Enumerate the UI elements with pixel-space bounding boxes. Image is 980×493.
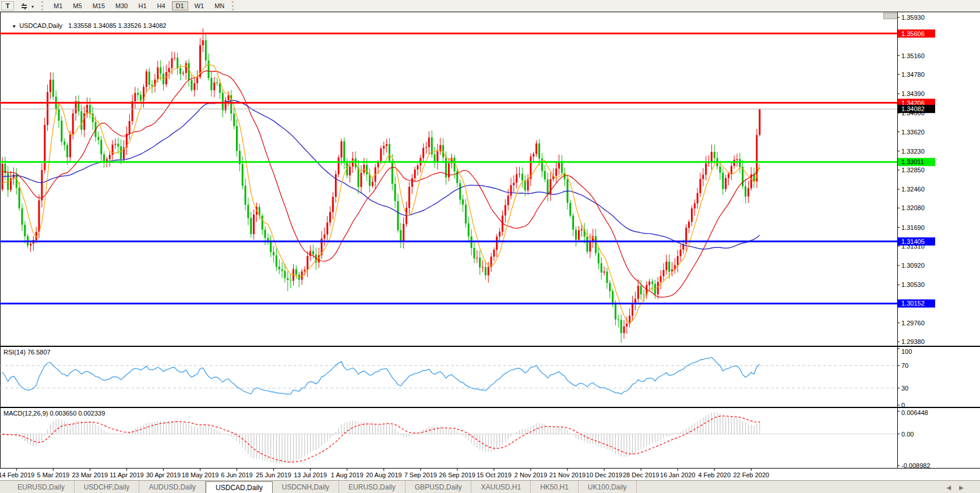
candle-down bbox=[434, 154, 436, 162]
date-axis[interactable]: 14 Feb 20195 Mar 201923 Mar 201911 Apr 2… bbox=[0, 469, 980, 480]
timeframe-button-d1[interactable]: D1 bbox=[172, 1, 188, 10]
main-price-chart[interactable]: 1.359301.351601.347801.343901.340001.336… bbox=[0, 12, 980, 346]
candle-down bbox=[97, 137, 99, 140]
rsi-indicator-panel[interactable]: 10070300RSI(14) 76.5807 bbox=[0, 346, 980, 407]
candle-down bbox=[19, 187, 20, 208]
candle-up bbox=[380, 148, 382, 162]
price-tick-label: 1.31690 bbox=[901, 224, 925, 231]
chart-scrollbar-thumb[interactable] bbox=[883, 13, 897, 19]
candle-up bbox=[168, 68, 170, 72]
date-tick-label: 18 May 2019 bbox=[182, 471, 219, 478]
date-tick-label: 14 Feb 2019 bbox=[0, 471, 34, 478]
candle-down bbox=[281, 269, 283, 271]
candle-down bbox=[668, 262, 670, 272]
candle-down bbox=[191, 80, 192, 90]
chart-tab-bar: EURUSD,DailyUSDCHF,DailyAUDUSD,DailyUSDC… bbox=[0, 480, 980, 493]
candle-up bbox=[549, 179, 551, 194]
price-tick-label: 1.33230 bbox=[901, 148, 925, 155]
timeframe-button-h4[interactable]: H4 bbox=[153, 1, 170, 10]
candle-down bbox=[459, 183, 461, 200]
candle-down bbox=[612, 291, 614, 304]
candle-down bbox=[66, 145, 68, 157]
candle-down bbox=[366, 165, 368, 174]
candle-up bbox=[637, 286, 639, 299]
candle-down bbox=[473, 248, 475, 258]
candle-up bbox=[193, 83, 195, 90]
chart-tab-xauusd-h1[interactable]: XAUUSD,H1 bbox=[471, 481, 531, 493]
timeframe-button-m15[interactable]: M15 bbox=[89, 1, 109, 10]
candle-up bbox=[408, 187, 410, 208]
price-badge-label: 1.30152 bbox=[901, 300, 925, 307]
candle-down bbox=[273, 252, 274, 256]
price-badge-label: 1.33011 bbox=[901, 158, 924, 165]
candle-up bbox=[422, 148, 424, 158]
text-tool-button[interactable]: T bbox=[1, 1, 14, 10]
macd-label: MACD(12,26,9) 0.003650 0.002339 bbox=[3, 410, 105, 417]
rsi-line bbox=[2, 357, 760, 394]
chart-tab-usdchf-daily[interactable]: USDCHF,Daily bbox=[75, 481, 140, 493]
candle-up bbox=[493, 250, 495, 257]
date-tick-label: 13 Jul 2019 bbox=[294, 471, 327, 478]
candle-down bbox=[287, 278, 288, 281]
date-axis-canvas: 14 Feb 20195 Mar 201923 Mar 201911 Apr 2… bbox=[0, 469, 980, 480]
chart-tab-gbpusd-daily[interactable]: GBPUSD,Daily bbox=[406, 481, 472, 493]
candle-down bbox=[250, 218, 252, 235]
date-tick-label: 7 Sep 2019 bbox=[404, 471, 437, 478]
candle-up bbox=[680, 250, 682, 256]
candle-down bbox=[621, 320, 622, 333]
price-tick-label: 1.30530 bbox=[901, 281, 925, 288]
macd-indicator-panel[interactable]: 0.0064480.00-0.008982MACD(12,26,9) 0.003… bbox=[0, 407, 980, 469]
candle-up bbox=[109, 155, 111, 159]
candle-up bbox=[326, 222, 328, 234]
candle-down bbox=[137, 93, 139, 95]
chart-tab-usdcad-daily[interactable]: USDCAD,Daily bbox=[206, 481, 273, 493]
candle-up bbox=[699, 179, 701, 193]
chart-tab-hk50-h1[interactable]: HK50,H1 bbox=[531, 481, 579, 493]
tab-scroll-right-icon[interactable]: ▶ bbox=[959, 484, 964, 491]
candle-down bbox=[58, 109, 60, 121]
candle-down bbox=[601, 263, 602, 272]
chart-arrange-button[interactable]: ▾ bbox=[16, 1, 38, 10]
symbol-dropdown-icon[interactable]: ▼ bbox=[12, 24, 16, 29]
timeframe-button-m1[interactable]: M1 bbox=[50, 1, 66, 10]
candle-down bbox=[233, 114, 235, 126]
candle-down bbox=[640, 286, 642, 295]
candle-up bbox=[411, 178, 413, 187]
candle-up bbox=[694, 203, 696, 208]
candle-up bbox=[436, 151, 438, 162]
chart-tab-eurusd-daily[interactable]: EURUSD,Daily bbox=[339, 481, 406, 493]
candle-down bbox=[392, 161, 393, 184]
timeframe-button-h1[interactable]: H1 bbox=[134, 1, 150, 10]
candle-up bbox=[383, 146, 385, 148]
candle-down bbox=[615, 304, 616, 320]
timeframe-button-w1[interactable]: W1 bbox=[191, 1, 209, 10]
price-tick-label: 1.32080 bbox=[901, 204, 925, 211]
candle-down bbox=[290, 280, 291, 281]
price-badge-label: 1.34082 bbox=[901, 105, 925, 112]
candle-up bbox=[338, 158, 340, 175]
candle-up bbox=[386, 144, 387, 146]
candle-up bbox=[132, 101, 133, 121]
candle-down bbox=[462, 200, 464, 205]
macd-canvas: 0.0064480.00-0.008982MACD(12,26,9) 0.003… bbox=[0, 407, 980, 469]
tab-scroll-left-icon[interactable]: ◀ bbox=[947, 484, 951, 491]
candle-down bbox=[618, 320, 619, 320]
mt4-window: T ▾ M1M5M15M30H1H4D1W1MN ▼USDCAD,Daily1.… bbox=[0, 0, 980, 493]
candle-up bbox=[496, 236, 498, 250]
timeframe-button-m30[interactable]: M30 bbox=[111, 1, 132, 10]
timeframe-button-m5[interactable]: M5 bbox=[69, 1, 86, 10]
chart-tab-eurusd-daily[interactable]: EURUSD,Daily bbox=[8, 481, 75, 493]
chart-tab-audusd-daily[interactable]: AUDUSD,Daily bbox=[139, 481, 206, 493]
timeframe-button-group: M1M5M15M30H1H4D1W1MN bbox=[48, 1, 230, 11]
candle-up bbox=[510, 185, 512, 196]
candle-up bbox=[372, 182, 373, 186]
candle-up bbox=[335, 174, 337, 197]
chart-tab-usdcnh-daily[interactable]: USDCNH,Daily bbox=[273, 481, 339, 493]
candle-down bbox=[606, 272, 608, 283]
date-tick-label: 6 Jun 2019 bbox=[221, 471, 252, 478]
date-tick-label: 21 Nov 2019 bbox=[549, 471, 586, 478]
chart-tab-uk100-daily[interactable]: UK100,Daily bbox=[579, 481, 637, 493]
timeframe-button-mn[interactable]: MN bbox=[210, 1, 228, 10]
candle-down bbox=[722, 173, 724, 189]
candle-up bbox=[578, 230, 580, 240]
